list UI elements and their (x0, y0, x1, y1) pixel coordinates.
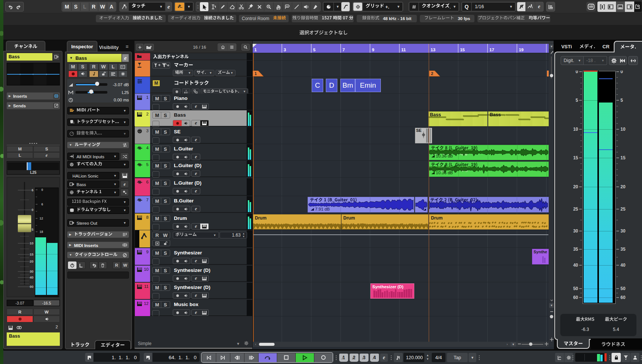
svg-text:Bass: Bass (490, 112, 501, 117)
svg-text:4: 4 (373, 355, 376, 360)
svg-text:Bass: Bass (430, 112, 441, 117)
svg-text:0: 0 (41, 188, 43, 192)
svg-text:10: 10 (30, 241, 33, 245)
svg-text:30: 30 (573, 228, 578, 234)
svg-text:30: 30 (30, 270, 33, 273)
svg-text:Synthe: Synthe (534, 250, 547, 254)
svg-text:5: 5 (32, 228, 33, 231)
svg-text:15: 15 (620, 155, 626, 160)
svg-text:10.36 dB: 10.36 dB (436, 170, 453, 175)
svg-text:7.91 dB: 7.91 dB (315, 207, 330, 211)
svg-text:12: 12 (40, 217, 43, 220)
svg-text:50: 50 (573, 286, 578, 291)
svg-text:6: 6 (41, 202, 43, 206)
svg-text:17: 17 (489, 48, 494, 52)
svg-text:SE: SE (416, 128, 422, 133)
svg-text:10: 10 (620, 127, 626, 132)
svg-text:5: 5 (575, 98, 578, 103)
svg-text:1: 1 (343, 355, 345, 360)
svg-text:0: 0 (575, 71, 578, 74)
svg-text:20: 20 (620, 184, 626, 189)
svg-text:00: 00 (30, 285, 33, 289)
svg-text:5: 5 (313, 48, 316, 52)
svg-text:1: 1 (254, 48, 257, 52)
svg-text:50: 50 (620, 286, 626, 291)
svg-text:0: 0 (32, 208, 33, 212)
svg-text:20: 20 (573, 184, 578, 189)
svg-text:40: 40 (573, 263, 578, 268)
svg-text:35: 35 (573, 247, 578, 252)
svg-text:11: 11 (401, 48, 406, 52)
svg-text:15: 15 (460, 48, 465, 52)
svg-text:18: 18 (40, 230, 43, 234)
svg-text:60: 60 (573, 295, 578, 300)
svg-text:25: 25 (620, 207, 626, 212)
svg-text:40: 40 (620, 263, 626, 268)
svg-text:3: 3 (284, 48, 286, 52)
svg-text:9: 9 (372, 48, 374, 52)
svg-text:7: 7 (343, 48, 345, 52)
svg-text:25: 25 (573, 207, 578, 212)
svg-text:Synthesizer (D): Synthesizer (D) (372, 285, 403, 289)
svg-text:0: 0 (620, 71, 623, 74)
svg-text:15: 15 (30, 253, 33, 256)
svg-text:2: 2 (353, 355, 356, 360)
svg-text:13: 13 (431, 48, 435, 52)
svg-text:6: 6 (32, 188, 33, 192)
svg-text:30: 30 (620, 228, 626, 234)
svg-text:2: 2 (431, 71, 433, 76)
svg-text:19: 19 (519, 48, 523, 52)
svg-text:Drum: Drum (255, 215, 266, 221)
svg-text:35: 35 (620, 247, 626, 252)
svg-text:10: 10 (573, 127, 578, 132)
svg-text:20: 20 (30, 260, 33, 263)
svg-text:1: 1 (254, 71, 257, 76)
svg-text:Drum: Drum (431, 215, 442, 221)
svg-text:60: 60 (620, 295, 626, 300)
svg-text:15: 15 (573, 155, 578, 160)
svg-text:10.36 dB: 10.36 dB (436, 154, 453, 158)
svg-text:Drum: Drum (343, 215, 355, 221)
svg-text:3: 3 (363, 355, 366, 360)
svg-text:5: 5 (620, 98, 623, 103)
svg-text:40: 40 (30, 276, 33, 279)
